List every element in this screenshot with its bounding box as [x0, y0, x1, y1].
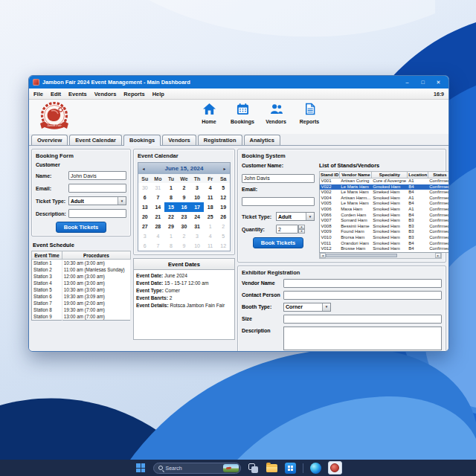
calendar-day-cell[interactable]: 4 [204, 183, 217, 193]
event-schedule-row[interactable]: Station 110:30 am (3:00 am) [32, 260, 131, 267]
bs-email-input[interactable] [242, 197, 315, 206]
file-explorer-button[interactable] [266, 462, 278, 475]
bs-book-tickets-button[interactable]: Book Tickets [253, 237, 304, 248]
calendar-day-cell[interactable]: 1 [164, 231, 178, 241]
calendar-next-icon[interactable]: ▸ [222, 166, 228, 171]
calendar-day-cell[interactable]: 10 [190, 241, 204, 251]
calendar-day-cell[interactable]: 9 [178, 241, 191, 251]
quantity-input[interactable] [276, 225, 298, 234]
calendar-day-cell[interactable]: 2 [178, 183, 191, 193]
minimize-button[interactable]: – [401, 76, 414, 89]
search-highlight-image[interactable] [223, 464, 239, 472]
menu-item-events[interactable]: Events [68, 91, 87, 97]
calendar-day-cell[interactable]: 31 [152, 183, 165, 193]
event-schedule-row[interactable]: Station 819:30 am (7:00 am) [32, 306, 131, 313]
calendar-day-cell[interactable]: 16 [178, 202, 191, 212]
vendor-col-status[interactable]: Status [428, 172, 449, 178]
calendar-day-cell[interactable]: 25 [204, 212, 217, 222]
nav-item-home[interactable]: Home [197, 103, 221, 124]
calendar-day-cell[interactable]: 13 [138, 202, 152, 212]
calendar-day-cell[interactable]: 15 [164, 202, 178, 212]
vendor-row-v002[interactable]: V002Le Mans HamSineked HamB4Confirmed [320, 190, 450, 196]
calendar-day-cell[interactable]: 28 [152, 222, 165, 231]
event-schedule-row[interactable]: Station 312:00 am (3:00 am) [32, 273, 131, 280]
es-col-event-time[interactable]: Event Time [32, 251, 62, 260]
event-schedule-row[interactable]: Station 211:00 am (Manlesas Sunday) [32, 266, 131, 273]
tab-registration[interactable]: Registration [198, 135, 242, 145]
vendor-row-v066[interactable]: V066Corden HamSmoked HamB4Confirmed [320, 213, 450, 219]
calendar-day-cell[interactable]: 8 [164, 193, 178, 202]
ticket-type-select[interactable]: Adult ▼ [68, 196, 126, 205]
event-schedule-row[interactable]: Station 913:00 am (7:00 am) [32, 313, 131, 321]
vendor-row-v009[interactable]: V009Found HamSmoked HamB3Confirmed [320, 229, 450, 235]
chevron-down-icon[interactable]: ▼ [322, 303, 330, 311]
email-input[interactable] [68, 184, 126, 193]
window-titlebar[interactable]: Jambon Fair 2024 Event Management - Main… [29, 76, 448, 89]
store-button[interactable] [284, 462, 297, 475]
er-description-textarea[interactable] [283, 327, 442, 350]
chevron-down-icon[interactable]: ▼ [118, 197, 126, 205]
customer-name-input[interactable] [242, 174, 315, 183]
vendor-row-v004[interactable]: V004Artisan Harm...Smoked HamA1Confirmed [320, 196, 450, 202]
calendar-day-cell[interactable]: 3 [190, 231, 204, 241]
calendar-day-cell[interactable]: 5 [216, 183, 230, 193]
calendar-day-cell[interactable]: 2 [216, 222, 230, 231]
vendor-col-vendor-name[interactable]: Vendor Name [340, 172, 372, 178]
es-col-procedures[interactable]: Procedures [62, 251, 130, 260]
calendar-day-cell[interactable]: 9 [178, 193, 191, 202]
contact-person-input[interactable] [283, 291, 442, 300]
vendor-hscroll-thumb[interactable] [326, 254, 397, 257]
menu-item-vendors[interactable]: Vendors [94, 91, 117, 97]
calendar-day-cell[interactable]: 11 [204, 241, 217, 251]
calendar-day-cell[interactable]: 8 [164, 241, 178, 251]
menu-item-file[interactable]: File [33, 91, 43, 97]
vendor-horizontal-scrollbar[interactable]: ◂ ▸ [319, 253, 442, 259]
vendor-row-v022[interactable]: V022Le Maris HamGmoked HamB4Confirmed [320, 184, 450, 190]
tab-event-calendar[interactable]: Event Calendar [69, 135, 122, 145]
event-schedule-row[interactable]: Station 413:00 am (3:00 am) [32, 280, 131, 286]
vendor-row-v007[interactable]: V007Somard HamSmoked HamB3Confirmed [320, 218, 450, 224]
calendar-day-cell[interactable]: 4 [204, 231, 217, 241]
start-button[interactable] [135, 462, 147, 475]
vendor-col-stand-id[interactable]: Stand ID [320, 172, 340, 178]
calendar-day-cell[interactable]: 17 [190, 202, 204, 212]
calendar-day-cell[interactable]: 27 [138, 222, 152, 231]
calendar-day-cell[interactable]: 18 [204, 202, 217, 212]
vendor-name-input[interactable] [283, 279, 442, 288]
calendar-day-cell[interactable]: 20 [138, 212, 152, 222]
name-input[interactable] [68, 171, 126, 180]
event-schedule-row[interactable]: Station 619:30 am (3:09 am) [32, 293, 131, 300]
calendar-day-cell[interactable]: 11 [204, 193, 217, 202]
calendar-day-cell[interactable]: 1 [164, 183, 178, 193]
description-input[interactable] [68, 209, 126, 218]
calendar-day-cell[interactable]: 31 [190, 222, 204, 231]
calendar-day-cell[interactable]: 24 [190, 212, 204, 222]
calendar-day-cell[interactable]: 5 [216, 231, 230, 241]
calendar-day-cell[interactable]: 2 [178, 231, 191, 241]
tab-overview[interactable]: Overview [31, 135, 68, 145]
book-tickets-button[interactable]: Book Tickets [56, 222, 107, 233]
calendar-day-cell[interactable]: 7 [152, 241, 165, 251]
jambon-app-taskbar-button[interactable] [328, 461, 342, 475]
scroll-right-icon[interactable]: ▸ [435, 253, 441, 258]
calendar-day-cell[interactable]: 29 [164, 222, 178, 231]
calendar-day-cell[interactable]: 30 [138, 183, 152, 193]
edge-button[interactable] [309, 462, 322, 475]
calendar-day-cell[interactable]: 4 [152, 231, 165, 241]
calendar-day-cell[interactable]: 14 [152, 202, 165, 212]
chevron-down-icon[interactable]: ▼ [306, 213, 314, 220]
calendar-prev-icon[interactable]: ◂ [141, 166, 147, 171]
tab-vendors[interactable]: Vendors [162, 135, 196, 145]
calendar-day-cell[interactable]: 22 [164, 212, 178, 222]
calendar-day-cell[interactable]: 12 [216, 241, 230, 251]
event-schedule-row[interactable]: Station 510:30 am (3:00 am) [32, 286, 131, 293]
calendar-day-cell[interactable]: 23 [178, 212, 191, 222]
calendar-day-cell[interactable]: 21 [152, 212, 165, 222]
vendor-row-v010[interactable]: V010Brorsa HamSmoked HamB3Confirmed [320, 235, 450, 241]
calendar-day-cell[interactable]: 3 [190, 183, 204, 193]
calendar-day-cell[interactable]: 3 [138, 231, 152, 241]
event-schedule-row[interactable]: Station 719:00 am (2:00 am) [32, 300, 131, 306]
vendor-row-v005[interactable]: V005Le Mans HamSmoked HamB4Confirmed [320, 201, 450, 207]
vendor-row-v006[interactable]: V006Maxa HamSmoked HamA1Confirmed [320, 207, 450, 213]
nav-item-bookings[interactable]: Bookings [231, 103, 254, 124]
